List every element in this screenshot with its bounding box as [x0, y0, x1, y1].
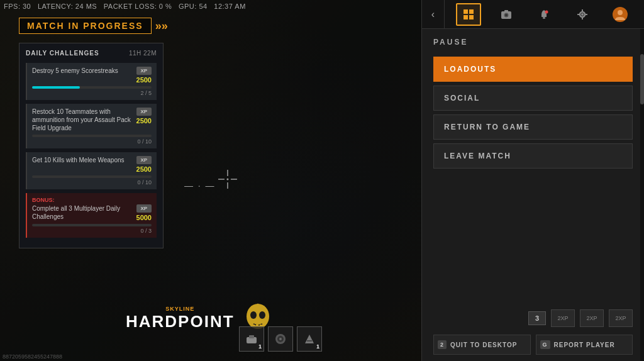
- report-key: G: [540, 340, 550, 349]
- xp-slot-3: 2XP: [609, 309, 633, 327]
- challenge-item-2: Restock 10 Teammates with ammunition fro…: [26, 104, 157, 148]
- item-count-3: 1: [316, 343, 319, 350]
- progress-bar-1: [32, 86, 152, 89]
- xp-badge-3: XP: [136, 156, 152, 164]
- svg-rect-30: [582, 18, 583, 19]
- svg-rect-29: [582, 9, 583, 11]
- gpu-stat: GPU: 54: [179, 3, 208, 10]
- nav-icons-group: [445, 3, 644, 26]
- camera-icon: [501, 9, 512, 20]
- nav-icon-gear[interactable]: [570, 3, 595, 26]
- game-area: FPS: 30 LATENCY: 24 MS PACKET LOSS: 0 % …: [0, 0, 421, 361]
- svg-rect-25: [543, 17, 545, 19]
- bonus-label: Bonus:: [32, 197, 152, 203]
- item-slot-3: 1: [297, 326, 322, 352]
- bottom-item-slots: 1 1: [239, 326, 322, 352]
- xp-slot-2: 2XP: [580, 309, 604, 327]
- progress-bar-2: [32, 135, 152, 137]
- svg-point-34: [618, 10, 623, 15]
- xp-row: 3 2XP 2XP 2XP: [433, 309, 633, 327]
- match-banner: MATCH IN PROGRESS »»: [19, 18, 168, 34]
- item-count-1: 1: [258, 343, 262, 350]
- challenges-header: DAILY CHALLENGES 11H 22M: [26, 50, 157, 57]
- challenge-text-1: Destroy 5 enemy Scorestreaks: [32, 67, 136, 75]
- svg-rect-20: [469, 15, 474, 19]
- leave-match-button[interactable]: LEAVE MATCH: [433, 143, 633, 169]
- game-mode-title: HARDPOINT: [126, 312, 235, 331]
- pause-label: PAUSE: [422, 29, 644, 53]
- quit-key: 2: [438, 340, 447, 349]
- right-panel-bottom: 3 2XP 2XP 2XP 2 QUIT TO DESKTOP G REPORT…: [422, 303, 644, 361]
- xp-amount-1: 2500: [136, 76, 152, 84]
- latency-stat: LATENCY: 24 MS: [38, 3, 97, 10]
- level-badge: 3: [528, 311, 546, 325]
- quit-to-desktop-button[interactable]: 2 QUIT TO DESKTOP: [433, 335, 531, 355]
- svg-point-7: [259, 311, 265, 319]
- svg-point-16: [279, 338, 282, 340]
- challenge-item-bonus: Bonus: Complete all 3 Multiplayer Daily …: [26, 193, 157, 238]
- progress-bar-3: [32, 175, 152, 178]
- challenge-text-bonus: Complete all 3 Multiplayer Daily Challen…: [32, 204, 136, 221]
- svg-point-26: [545, 10, 548, 13]
- nav-icon-camera[interactable]: [494, 3, 519, 26]
- return-to-game-button[interactable]: RETURN TO GAME: [433, 114, 633, 140]
- loadouts-button[interactable]: LOADOUTS: [433, 57, 633, 82]
- report-label: REPORT PLAYER: [554, 342, 615, 348]
- svg-rect-24: [504, 10, 508, 12]
- nav-icon-grid[interactable]: [456, 3, 481, 26]
- right-panel: ‹: [421, 0, 644, 361]
- bell-icon: [538, 9, 550, 20]
- nav-icon-bell[interactable]: [531, 3, 557, 26]
- svg-point-28: [581, 13, 584, 16]
- svg-rect-17: [464, 9, 468, 14]
- xp-slot-1: 2XP: [551, 309, 575, 327]
- challenge-text-3: Get 10 Kills with Melee Weapons: [32, 156, 136, 164]
- xp-badge-2: XP: [136, 108, 152, 116]
- avatar-icon: [612, 6, 628, 23]
- svg-point-6: [250, 311, 257, 319]
- progress-text-bonus: 0 / 3: [32, 228, 152, 234]
- social-button[interactable]: SOCIAL: [433, 86, 633, 111]
- quit-label: QUIT TO DESKTOP: [450, 342, 517, 348]
- item-slot-1: 1: [239, 326, 264, 352]
- progress-bar-bonus: [32, 224, 152, 226]
- svg-point-23: [505, 14, 508, 16]
- challenge-item-1: Destroy 5 enemy Scorestreaks XP 2500 2 /…: [26, 63, 157, 100]
- hud-stats: FPS: 30 LATENCY: 24 MS PACKET LOSS: 0 % …: [4, 3, 246, 10]
- progress-text-3: 0 / 10: [32, 179, 152, 186]
- challenge-text-2: Restock 10 Teammates with ammunition fro…: [32, 108, 136, 132]
- player-id: 8872059582455247888: [3, 353, 62, 360]
- challenge-item-3: Get 10 Kills with Melee Weapons XP 2500 …: [26, 152, 157, 189]
- nav-back-button[interactable]: ‹: [422, 0, 445, 29]
- item-slot-2: [268, 326, 293, 352]
- challenges-panel: DAILY CHALLENGES 11H 22M Destroy 5 enemy…: [19, 43, 164, 248]
- match-chevrons: »»: [155, 19, 168, 33]
- crosshair: [184, 170, 237, 191]
- xp-badge-bonus: XP: [136, 204, 152, 213]
- svg-rect-18: [469, 9, 474, 14]
- fps-stat: FPS: 30: [4, 3, 31, 10]
- svg-rect-19: [464, 15, 468, 19]
- xp-amount-3: 2500: [136, 165, 152, 173]
- bottom-buttons-row: 2 QUIT TO DESKTOP G REPORT PLAYER: [433, 335, 633, 355]
- xp-badge-1: XP: [136, 67, 152, 75]
- scrollbar[interactable]: [640, 29, 644, 361]
- match-banner-text: MATCH IN PROGRESS: [19, 18, 152, 34]
- gear-icon: [577, 9, 588, 20]
- progress-fill-1: [32, 86, 80, 89]
- scrollbar-thumb[interactable]: [640, 54, 644, 104]
- challenges-title: DAILY CHALLENGES: [26, 50, 99, 57]
- svg-rect-13: [249, 335, 254, 338]
- packet-loss-stat: PACKET LOSS: 0 %: [104, 3, 172, 10]
- grid-icon: [463, 9, 474, 20]
- svg-point-4: [227, 179, 229, 181]
- nav-icon-avatar[interactable]: [608, 3, 633, 26]
- xp-amount-2: 2500: [136, 117, 152, 125]
- nav-bar: ‹: [422, 0, 644, 29]
- xp-amount-bonus: 5000: [136, 214, 152, 221]
- progress-text-2: 0 / 10: [32, 138, 152, 145]
- report-player-button[interactable]: G REPORT PLAYER: [536, 335, 633, 355]
- svg-rect-32: [586, 14, 587, 15]
- time-stat: 12:37 AM: [214, 3, 245, 10]
- map-label: SKYLINE: [126, 306, 235, 312]
